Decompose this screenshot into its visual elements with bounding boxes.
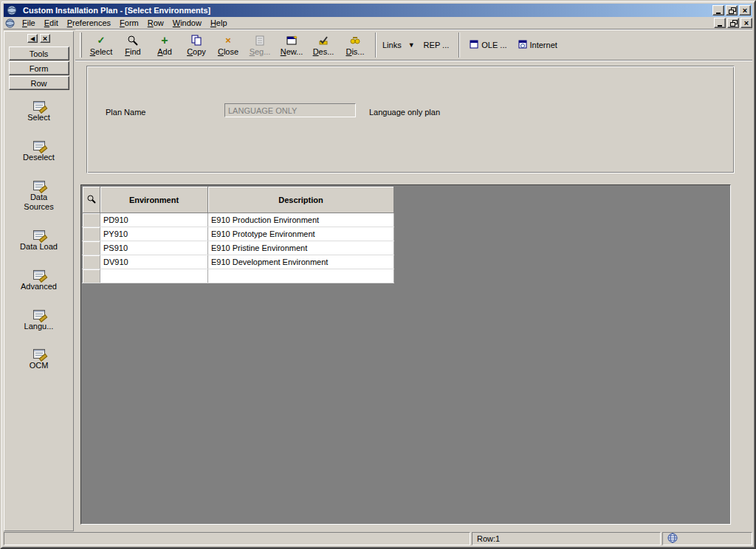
toolbar: ✓ Select Find + Add Copy × Close [75, 30, 752, 61]
cell-description[interactable] [208, 269, 394, 283]
cell-environment[interactable]: PS910 [100, 241, 208, 255]
sidebar-item-language[interactable]: Langu... [15, 310, 63, 332]
grid-area: Environment Description PD910 E910 Produ… [80, 184, 731, 525]
status-network-panel [662, 532, 752, 545]
menu-row[interactable]: Row [143, 18, 168, 29]
toolbar-close-button[interactable]: × Close [213, 31, 244, 59]
toolbar-add-button[interactable]: + Add [149, 31, 180, 59]
toolbar-button-label: New... [281, 47, 303, 56]
cell-environment[interactable]: DV910 [100, 255, 208, 269]
row-header-cell[interactable] [83, 227, 100, 241]
menu-edit[interactable]: Edit [40, 18, 63, 29]
status-row-panel: Row:1 [472, 532, 661, 545]
sidebar-item-select[interactable]: Select [15, 101, 63, 123]
row-header-cell[interactable] [83, 241, 100, 255]
tab-tools[interactable]: Tools [9, 46, 69, 61]
child-close-button[interactable]: × [740, 18, 752, 28]
tab-row[interactable]: Row [9, 76, 69, 90]
sidebar-item-label: Langu... [24, 322, 54, 332]
sidebar-item-label: Advanced [21, 282, 57, 292]
toolbar-button-label: Copy [187, 47, 206, 56]
row-header-cell[interactable] [83, 255, 100, 269]
column-header-description[interactable]: Description [208, 187, 394, 213]
plan-name-label: Plan Name [106, 108, 145, 117]
cell-environment[interactable] [100, 269, 208, 283]
table-row[interactable]: PS910 E910 Pristine Environment [83, 241, 394, 255]
advanced-icon [33, 270, 45, 280]
toolbar-button-label: Des... [313, 47, 334, 56]
minimize-button[interactable] [712, 5, 724, 15]
status-bar: Row:1 [4, 532, 752, 545]
new-window-icon [286, 35, 298, 46]
document-window-icon[interactable] [5, 18, 15, 28]
menu-bar: File Edit Preferences Form Row Window He… [4, 17, 752, 30]
window-title: Custom Installation Plan - [Select Envir… [23, 6, 210, 15]
sidebar: ◀ × Tools Form Row Select Deselect Data … [4, 31, 74, 531]
column-header-environment[interactable]: Environment [100, 187, 208, 213]
toolbar-select-button[interactable]: ✓ Select [86, 31, 117, 59]
toolbar-dis-button[interactable]: Dis... [340, 31, 371, 59]
sidebar-controls: ◀ × [27, 34, 50, 43]
ole-button[interactable]: OLE ... [464, 38, 512, 52]
sidebar-item-list: Select Deselect Data Sources Data Load A… [4, 101, 73, 371]
status-message-panel [4, 532, 470, 545]
toolbar-button-label: Select [90, 47, 113, 56]
close-button[interactable]: × [739, 5, 751, 15]
sidebar-item-advanced[interactable]: Advanced [15, 270, 63, 292]
cell-environment[interactable]: PD910 [100, 213, 208, 227]
table-row[interactable]: PD910 E910 Production Environment [83, 213, 394, 227]
cell-description[interactable]: E910 Prototype Environment [208, 227, 394, 241]
menu-form[interactable]: Form [115, 18, 143, 29]
table-row[interactable]: DV910 E910 Development Environment [83, 255, 394, 269]
toolbar-new-button[interactable]: New... [276, 31, 307, 59]
magnifier-icon [86, 197, 97, 206]
toolbar-button-label: Seg... [250, 47, 271, 56]
toolbar-des-button[interactable]: Des... [308, 31, 339, 59]
toolbar-button-label: Find [125, 47, 140, 56]
close-x-icon: × [225, 35, 231, 46]
restore-button[interactable] [726, 5, 738, 15]
toolbar-grip[interactable] [80, 32, 82, 58]
sidebar-item-data-sources[interactable]: Data Sources [15, 181, 63, 213]
table-row[interactable]: PY910 E910 Prototype Environment [83, 227, 394, 241]
cell-description[interactable]: E910 Development Environment [208, 255, 394, 269]
child-minimize-button[interactable] [714, 18, 726, 28]
menu-preferences[interactable]: Preferences [63, 18, 115, 29]
sidebar-item-label: Data Load [20, 242, 58, 252]
internet-button[interactable]: Internet [513, 38, 563, 52]
sidebar-item-label: OCM [30, 361, 49, 371]
plan-name-input[interactable] [224, 103, 356, 117]
ole-icon [470, 40, 478, 50]
row-indicator: Row:1 [477, 534, 500, 543]
designer-icon [317, 35, 329, 46]
row-header-cell[interactable] [83, 213, 100, 227]
toolbar-copy-button[interactable]: Copy [181, 31, 212, 59]
application-window: Custom Installation Plan - [Select Envir… [0, 0, 756, 549]
data-sources-icon [33, 181, 45, 190]
collapse-sidebar-button[interactable]: ◀ [27, 34, 38, 43]
toolbar-find-button[interactable]: Find [117, 31, 148, 59]
row-header-cell[interactable] [83, 269, 100, 283]
cell-environment[interactable]: PY910 [100, 227, 208, 241]
child-restore-button[interactable] [727, 18, 739, 28]
table-row-empty[interactable] [83, 269, 394, 283]
grid-header-row: Environment Description [83, 187, 394, 213]
tab-form[interactable]: Form [9, 61, 69, 75]
close-sidebar-button[interactable]: × [40, 34, 50, 43]
menu-file[interactable]: File [18, 18, 40, 29]
find-icon [127, 35, 139, 46]
cell-description[interactable]: E910 Pristine Environment [208, 241, 394, 255]
sidebar-item-ocm[interactable]: OCM [15, 349, 63, 371]
sidebar-item-label: Data Sources [15, 193, 63, 213]
cell-description[interactable]: E910 Production Environment [208, 213, 394, 227]
grid-corner-cell[interactable] [83, 187, 100, 213]
rep-link-button[interactable]: REP ... [419, 38, 455, 52]
sidebar-item-data-load[interactable]: Data Load [15, 230, 63, 252]
links-dropdown-arrow-icon[interactable]: ▼ [405, 41, 418, 49]
sidebar-item-deselect[interactable]: Deselect [15, 141, 63, 163]
menu-help[interactable]: Help [206, 18, 232, 29]
menu-window[interactable]: Window [168, 18, 206, 29]
rep-link-label: REP ... [424, 41, 450, 49]
seg-icon [254, 35, 266, 46]
title-bar: Custom Installation Plan - [Select Envir… [4, 4, 752, 17]
